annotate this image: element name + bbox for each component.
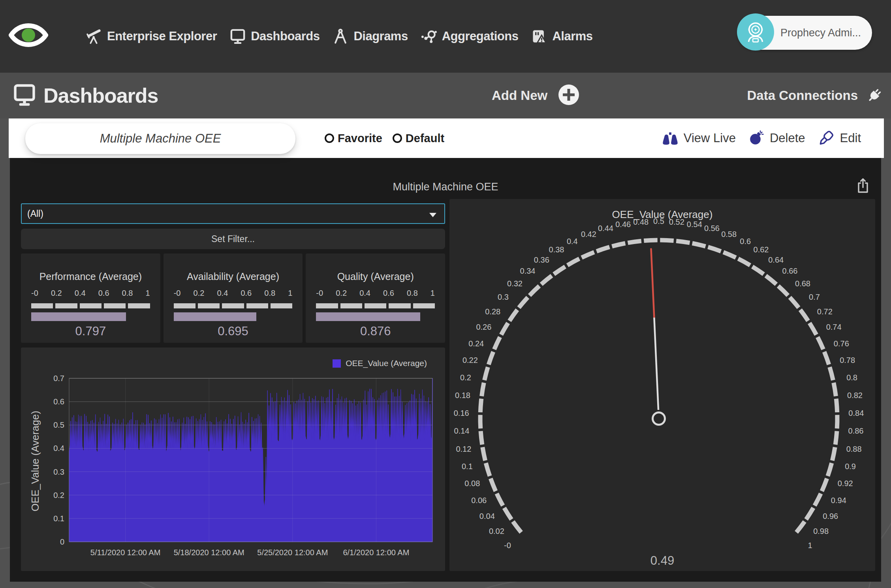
dashboard-toolbar: Favorite Default View Live [9, 118, 884, 158]
svg-text:0.68: 0.68 [795, 279, 810, 288]
svg-text:0.08: 0.08 [464, 479, 480, 488]
scale-tick-label: 0.4 [359, 289, 370, 298]
svg-text:0.3: 0.3 [53, 468, 64, 476]
nav-item-enterprise-explorer[interactable]: Enterprise Explorer [85, 27, 217, 45]
chevron-down-icon [429, 213, 436, 217]
nav-item-aggregations[interactable]: Aggregations [420, 27, 519, 45]
bomb-icon [748, 129, 765, 147]
svg-text:0.18: 0.18 [455, 391, 470, 400]
scale-tick-label: 0.6 [383, 289, 394, 298]
edit-button[interactable]: Edit [818, 129, 861, 148]
nav-item-diagrams[interactable]: Diagrams [331, 27, 408, 45]
page-title: Dashboards [43, 84, 158, 107]
user-name: Prophecy Admi... [774, 27, 872, 39]
telescope-icon [85, 27, 103, 45]
stat-value-bar [31, 312, 126, 321]
svg-text:0.38: 0.38 [549, 245, 564, 254]
default-radio[interactable]: Default [393, 132, 444, 145]
svg-text:0.84: 0.84 [848, 409, 864, 417]
page-header: Dashboards Add New Data Connections [0, 73, 891, 118]
stat-title: Availability (Average) [174, 271, 293, 282]
delete-label: Delete [770, 131, 805, 145]
set-filter-button[interactable]: Set Filter... [21, 229, 445, 249]
gauge-title: OEE_Value (Average) [449, 209, 875, 221]
nav-label: Dashboards [251, 29, 320, 43]
marker-icon [818, 129, 835, 148]
svg-text:0.42: 0.42 [581, 230, 596, 239]
stat-scale-track [174, 303, 293, 308]
dashboard-name-input[interactable] [25, 123, 295, 154]
stat-card-quality: Quality (Average) -00.20.40.60.81 0.876 [306, 254, 445, 343]
favorite-radio[interactable]: Favorite [325, 132, 382, 145]
scale-tick-label: 0.6 [241, 289, 252, 298]
svg-text:0.04: 0.04 [479, 512, 495, 520]
svg-text:0.94: 0.94 [831, 496, 846, 505]
svg-text:0.02: 0.02 [489, 527, 504, 535]
delete-button[interactable]: Delete [748, 129, 805, 147]
svg-text:0.76: 0.76 [834, 339, 849, 348]
nav-item-alarms[interactable]: Alarms [530, 27, 592, 45]
svg-text:0.6: 0.6 [740, 237, 751, 246]
svg-text:0.7: 0.7 [809, 293, 820, 301]
machine-filter-dropdown[interactable]: (All) [21, 203, 445, 224]
svg-text:0.06: 0.06 [471, 496, 487, 505]
plug-icon [864, 86, 882, 105]
scale-tick-label: -0 [316, 289, 323, 298]
view-live-button[interactable]: View Live [662, 130, 736, 147]
add-new-label: Add New [492, 88, 547, 103]
app-logo-eye-icon[interactable] [9, 17, 48, 53]
svg-text:0.58: 0.58 [721, 230, 737, 239]
stat-title: Quality (Average) [316, 271, 435, 282]
scale-tick-label: -0 [174, 289, 181, 298]
scale-tick-label: 0.8 [122, 289, 133, 298]
stat-value: 0.695 [174, 324, 293, 338]
alarm-icon [530, 27, 548, 45]
svg-text:0.5: 0.5 [53, 421, 64, 429]
svg-text:0.36: 0.36 [534, 255, 549, 264]
user-avatar [737, 13, 774, 51]
svg-text:0.46: 0.46 [615, 220, 631, 229]
svg-text:0.98: 0.98 [813, 527, 829, 535]
default-radio-circle[interactable] [393, 133, 402, 143]
nav-label: Aggregations [442, 29, 519, 43]
svg-text:1: 1 [808, 541, 812, 550]
stat-scale-labels: -00.20.40.60.81 [174, 289, 293, 298]
svg-text:0.56: 0.56 [704, 224, 720, 233]
scale-tick-label: 0.8 [264, 289, 275, 298]
svg-text:-0: -0 [504, 541, 511, 550]
svg-text:6/1/2020 12:00 AM: 6/1/2020 12:00 AM [343, 548, 409, 557]
user-menu[interactable]: Prophecy Admi... [738, 16, 872, 50]
binoculars-icon [662, 130, 679, 147]
add-new-button[interactable]: Add New [492, 73, 580, 118]
svg-text:0.22: 0.22 [462, 356, 478, 364]
svg-text:0.4: 0.4 [567, 237, 578, 246]
data-connections-label: Data Connections [747, 88, 858, 103]
top-nav-bar: Enterprise Explorer Dashboards [0, 0, 891, 73]
svg-text:0.32: 0.32 [507, 279, 523, 288]
svg-text:0.88: 0.88 [846, 445, 862, 453]
default-label: Default [406, 132, 444, 145]
dashboard-canvas: Multiple Machine OEE (All) Set Filter...… [10, 158, 881, 582]
nav-item-dashboards[interactable]: Dashboards [229, 27, 320, 45]
share-icon[interactable] [854, 177, 872, 194]
data-connections-button[interactable]: Data Connections [747, 73, 882, 118]
stat-value: 0.797 [31, 324, 150, 338]
legend-swatch [333, 359, 341, 368]
favorite-radio-circle[interactable] [325, 133, 334, 143]
svg-text:0.9: 0.9 [845, 462, 856, 471]
scale-tick-label: 0.4 [217, 289, 228, 298]
plus-circle-icon [558, 84, 580, 107]
stat-gauge-cards: Performance (Average) -00.20.40.60.81 0.… [21, 254, 445, 343]
monitor-icon [229, 27, 247, 45]
svg-text:0.62: 0.62 [754, 245, 769, 254]
scale-tick-label: 0.4 [75, 289, 86, 298]
svg-text:0.3: 0.3 [498, 293, 509, 301]
svg-text:0.26: 0.26 [476, 323, 491, 331]
scale-tick-label: 0.6 [98, 289, 109, 298]
svg-text:0.7: 0.7 [53, 374, 64, 383]
svg-text:0.74: 0.74 [826, 323, 842, 331]
stat-value-bar [316, 312, 420, 321]
svg-text:0.44: 0.44 [598, 224, 613, 233]
oee-radial-gauge: -00.020.040.060.080.10.120.140.160.180.2… [449, 199, 875, 571]
svg-text:0.86: 0.86 [848, 426, 864, 435]
